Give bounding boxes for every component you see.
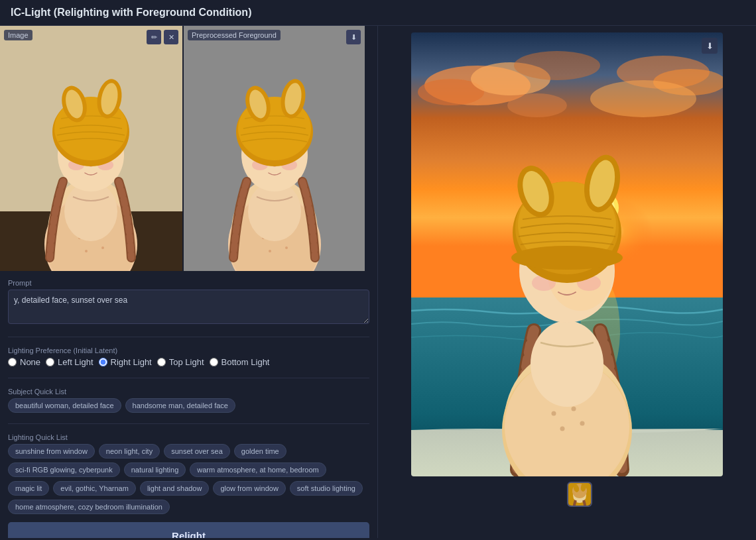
lighting-tag-3[interactable]: golden time [234,444,286,459]
radio-right-label: Right Light [111,357,152,367]
radio-left[interactable]: Left Light [46,357,94,367]
radio-bottom[interactable]: Bottom Light [210,357,270,367]
svg-point-28 [285,246,288,249]
lighting-tag-8[interactable]: evil, gothic, Yharnam [53,481,136,496]
svg-point-58 [552,411,556,416]
preprocessed-image-controls: ⬇ [346,30,361,44]
radio-none-input[interactable] [8,358,17,366]
left-panel: Image ✏ ✕ [0,26,378,538]
lighting-tag-4[interactable]: sci-fi RGB glowing, cyberpunk [8,462,120,477]
radio-left-label: Left Light [58,357,94,367]
right-panel: ⬇ [378,26,756,538]
radio-top-input[interactable] [157,358,166,366]
prompt-label: Prompt [8,279,369,287]
lighting-tag-6[interactable]: warm atmosphere, at home, bedroom [190,462,326,477]
svg-point-27 [269,250,271,252]
output-image [411,32,723,476]
prompt-section: Prompt y, detailed face, sunset over sea [8,279,369,326]
input-image-container: Image ✏ ✕ [0,26,182,271]
svg-point-62 [531,321,603,407]
radio-none-label: None [20,357,40,367]
lighting-tag-10[interactable]: glow from window [213,481,285,496]
lighting-tags-row: sunshine from window neon light, city su… [8,444,369,514]
lighting-tag-0[interactable]: sunshine from window [8,444,95,459]
output-image-area: ⬇ [411,32,723,476]
download-preprocessed-button[interactable]: ⬇ [346,30,361,44]
radio-right[interactable]: Right Light [99,357,152,367]
lighting-quick-list-section: Lighting Quick List sunshine from window… [8,433,369,514]
radio-left-input[interactable] [46,358,54,366]
radio-none[interactable]: None [8,357,40,367]
svg-point-8 [85,250,88,252]
lighting-tag-9[interactable]: light and shadow [140,481,210,496]
preprocessed-image-label: Preprocessed Foreground [188,30,281,40]
lighting-tag-5[interactable]: natural lighting [124,462,186,477]
radio-right-input[interactable] [99,358,107,366]
radio-bottom-label: Bottom Light [221,357,270,367]
subject-tag-1[interactable]: handsome man, detailed face [125,398,235,413]
subject-tag-0[interactable]: beautiful woman, detailed face [8,398,121,413]
input-image-controls: ✏ ✕ [147,30,178,44]
subject-tags-row: beautiful woman, detailed face handsome … [8,398,369,413]
svg-point-49 [590,80,696,117]
svg-point-50 [514,51,600,80]
lighting-tag-7[interactable]: magic lit [8,481,49,496]
radio-bottom-input[interactable] [210,358,218,366]
image-row: Image ✏ ✕ [0,26,377,271]
subject-quick-list-label: Subject Quick List [8,388,369,396]
svg-point-60 [560,427,565,431]
svg-point-9 [101,246,104,249]
lighting-tag-1[interactable]: neon light, city [99,444,160,459]
prompt-textarea[interactable]: y, detailed face, sunset over sea [8,290,369,324]
svg-point-59 [572,407,576,411]
relight-button[interactable]: Relight [8,522,369,538]
preprocessed-image-container: Preprocessed Foreground ⬇ [182,26,365,271]
lighting-tag-2[interactable]: sunset over sea [164,444,230,459]
avatar-inner [568,483,591,506]
close-input-image-button[interactable]: ✕ [164,30,178,44]
svg-point-61 [580,421,585,426]
lighting-preference-section: Lighting Preference (Initial Latent) Non… [8,347,369,367]
settings-panel: Prompt y, detailed face, sunset over sea… [0,271,377,538]
radio-top[interactable]: Top Light [157,357,204,367]
lighting-preference-options: None Left Light Right Light Top Light [8,357,369,367]
svg-point-51 [507,93,567,117]
input-image-label: Image [4,30,32,40]
svg-point-71 [511,246,623,270]
avatar-icon [567,482,592,507]
preprocessed-image [184,26,365,271]
download-output-button[interactable]: ⬇ [702,38,718,54]
avatar-svg [568,483,591,506]
input-image [0,26,182,271]
radio-top-label: Top Light [169,357,204,367]
lighting-preference-label: Lighting Preference (Initial Latent) [8,347,369,354]
edit-input-image-button[interactable]: ✏ [147,30,161,44]
lighting-tag-12[interactable]: home atmosphere, cozy bedroom illuminati… [8,500,170,514]
lighting-tag-11[interactable]: soft studio lighting [290,481,363,496]
app-title: IC-Light (Relighting with Foreground Con… [0,0,756,26]
lighting-quick-list-label: Lighting Quick List [8,433,369,441]
subject-quick-list-section: Subject Quick List beautiful woman, deta… [8,388,369,413]
